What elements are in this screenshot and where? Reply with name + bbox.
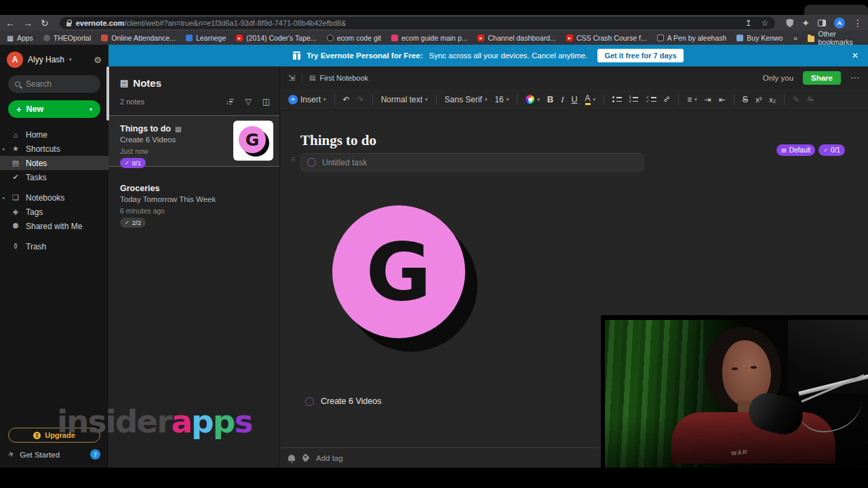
bookmark-favicon bbox=[736, 35, 743, 41]
account-menu[interactable]: A Alyy Hash ▾ ⚙ bbox=[0, 45, 108, 72]
filter-icon[interactable]: ▽ bbox=[245, 97, 251, 106]
bookmark-item[interactable]: Learnege bbox=[186, 34, 226, 42]
get-started-badge: 7 bbox=[90, 449, 100, 460]
nav-item-icon: ◈ bbox=[11, 207, 20, 216]
sidebar-item-home[interactable]: ▸ ⌂ Home bbox=[0, 127, 108, 142]
text-style-dropdown[interactable]: Normal text▾ bbox=[381, 95, 428, 104]
notebook-breadcrumb[interactable]: ▤ First Notebook bbox=[309, 74, 368, 82]
chevron-down-icon[interactable]: ▾ bbox=[90, 106, 92, 113]
bookmark-favicon bbox=[43, 35, 50, 41]
other-bookmarks-label: Other bookmarks bbox=[818, 31, 862, 45]
check-icon: ✓ bbox=[125, 220, 130, 226]
side-panel-icon[interactable] bbox=[818, 20, 826, 26]
sidebar-item-shortcuts[interactable]: ▸ ★ Shortcuts bbox=[0, 142, 108, 156]
bookmark-item[interactable]: Buy Kenwood 1.5To... bbox=[736, 34, 783, 42]
browser-menu-kebab-icon[interactable]: ⋮ bbox=[853, 18, 863, 28]
sidebar-item-trash[interactable]: ▸ ⚱ Trash bbox=[0, 239, 108, 253]
share-button[interactable]: Share bbox=[803, 71, 841, 85]
sidebar-item-notes[interactable]: ▸ ▤ Notes bbox=[0, 156, 108, 170]
apps-grid-icon: ▦ bbox=[7, 34, 14, 42]
note-card-groceries[interactable]: Groceries Today Tomorrow This Week 6 min… bbox=[108, 176, 279, 227]
reminder-bell-icon[interactable] bbox=[288, 455, 295, 461]
outdent-icon[interactable]: ⇤ bbox=[719, 95, 726, 104]
sort-icon[interactable]: ↓ bbox=[225, 98, 234, 106]
bookmark-item[interactable]: A Pen by aleehash bbox=[657, 34, 727, 42]
add-tag-label[interactable]: Add tag bbox=[316, 454, 343, 462]
add-tag-icon[interactable] bbox=[301, 453, 310, 462]
sidebar-item-shared[interactable]: ▸ ⚉ Shared with Me bbox=[0, 219, 108, 233]
note-card-things-to-do[interactable]: Things to do▤ Create 6 Videos Just now ✓… bbox=[108, 115, 279, 167]
bookmark-item[interactable]: (2014) Coder's Tape... bbox=[236, 34, 316, 42]
browser-tab-partial bbox=[804, 5, 868, 15]
extensions-puzzle-icon[interactable]: ✦ bbox=[802, 18, 810, 28]
task-checkbox[interactable] bbox=[305, 397, 314, 406]
bold-button[interactable]: B bbox=[547, 94, 553, 104]
font-dropdown[interactable]: Sans Serif▾ bbox=[445, 95, 488, 104]
sidebar-scrollbar[interactable] bbox=[106, 66, 109, 121]
layout-toggle-icon[interactable]: ◫ bbox=[262, 97, 270, 106]
g-letter: G bbox=[366, 225, 432, 319]
bookmark-star-icon[interactable]: ☆ bbox=[762, 18, 769, 28]
embedded-g-logo-image[interactable]: G bbox=[332, 205, 465, 338]
underline-button[interactable]: U bbox=[572, 95, 578, 104]
link-icon[interactable]: ⚯ bbox=[662, 94, 673, 105]
default-notebook-badge[interactable]: ▤Default bbox=[776, 144, 815, 156]
banner-close-icon[interactable]: ✕ bbox=[852, 51, 859, 60]
new-note-button[interactable]: + New ▾ bbox=[8, 100, 100, 118]
browser-profile-avatar[interactable]: A bbox=[834, 18, 845, 28]
upgrade-button[interactable]: ↥ Upgrade bbox=[8, 428, 100, 443]
bookmark-item[interactable]: ecom code git bbox=[327, 34, 381, 42]
task-checkbox[interactable] bbox=[307, 158, 316, 167]
sidebar-item-tasks[interactable]: ▸ ✔ Tasks bbox=[0, 170, 108, 184]
reload-icon[interactable]: ↻ bbox=[41, 18, 49, 28]
back-icon[interactable]: ← bbox=[5, 18, 15, 28]
bookmark-item[interactable]: Online Attendance... bbox=[101, 34, 176, 42]
nav-item-label: Home bbox=[26, 130, 47, 140]
gear-icon[interactable]: ⚙ bbox=[94, 55, 102, 65]
bullet-list-icon[interactable] bbox=[612, 96, 622, 102]
new-task-input[interactable]: Untitled task bbox=[300, 153, 644, 171]
expand-chevron-icon[interactable]: ▸ bbox=[3, 195, 5, 201]
task-item-row[interactable]: Create 6 Videos bbox=[305, 396, 381, 406]
superscript-button[interactable]: x² bbox=[755, 96, 762, 104]
note-menu-kebab-icon[interactable]: ⋯ bbox=[850, 73, 860, 83]
font-size-dropdown[interactable]: 16▾ bbox=[494, 95, 509, 104]
italic-button[interactable]: I bbox=[561, 94, 564, 105]
sidebar-item-tags[interactable]: ▸ ◈ Tags bbox=[0, 205, 108, 219]
drag-handle-icon[interactable]: ⠿ bbox=[291, 157, 296, 163]
checklist-icon[interactable]: ✓✓ bbox=[646, 96, 656, 102]
get-started-button[interactable]: ✈ Get Started 7 bbox=[8, 449, 100, 460]
bookmark-item[interactable]: THEOportal bbox=[43, 34, 91, 42]
bookmark-label: Learnege bbox=[196, 34, 226, 42]
bookmark-item[interactable]: Channel dashboard... bbox=[477, 34, 555, 42]
text-color-picker[interactable]: ▾ bbox=[526, 95, 540, 104]
indent-icon[interactable]: ⇥ bbox=[705, 95, 711, 104]
sidebar-item-notebooks[interactable]: ▸ ❏ Notebooks bbox=[0, 190, 108, 205]
other-bookmarks[interactable]: Other bookmarks bbox=[808, 31, 861, 45]
numbered-list-icon[interactable]: 12 bbox=[629, 96, 639, 102]
banner-cta-button[interactable]: Get it free for 7 days bbox=[597, 49, 683, 62]
task-label: Create 6 Videos bbox=[321, 396, 381, 406]
note-title-heading[interactable]: Things to do bbox=[300, 132, 376, 149]
align-dropdown[interactable]: ≡▾ bbox=[687, 95, 697, 104]
expand-chevron-icon[interactable]: ▸ bbox=[3, 146, 5, 152]
search-input[interactable]: Search bbox=[8, 75, 100, 93]
bookmarks-overflow-chevron[interactable]: » bbox=[793, 34, 797, 42]
strikethrough-button[interactable]: S bbox=[743, 95, 748, 104]
undo-icon[interactable]: ↶ bbox=[343, 95, 350, 104]
expand-note-icon[interactable]: ⇲ bbox=[288, 73, 295, 83]
insert-button[interactable]: + Insert ▾ bbox=[288, 95, 326, 104]
highlight-button[interactable]: A▾ bbox=[585, 94, 596, 105]
subscript-button[interactable]: x₂ bbox=[769, 96, 776, 104]
address-bar[interactable]: evernote.com/client/web#?an=true&n=e1f3d… bbox=[60, 17, 776, 29]
send-icon[interactable]: ↥ bbox=[745, 18, 751, 28]
apps-shortcut[interactable]: ▦ Apps bbox=[7, 34, 33, 42]
task-progress-badge: ✓2/2 bbox=[120, 218, 146, 228]
bookmark-item[interactable]: CSS Crash Course f... bbox=[566, 34, 647, 42]
adblock-shield-icon[interactable] bbox=[786, 19, 793, 28]
forward-icon[interactable]: → bbox=[23, 18, 33, 28]
bookmark-item[interactable]: ecom guide main p... bbox=[391, 34, 467, 42]
redo-icon: ↷ bbox=[357, 95, 364, 104]
editor-toolbar: + Insert ▾ ↶ ↷ Normal text▾ Sans Serif▾ … bbox=[280, 89, 868, 110]
task-progress-badge[interactable]: ✓0/1 bbox=[818, 144, 845, 156]
